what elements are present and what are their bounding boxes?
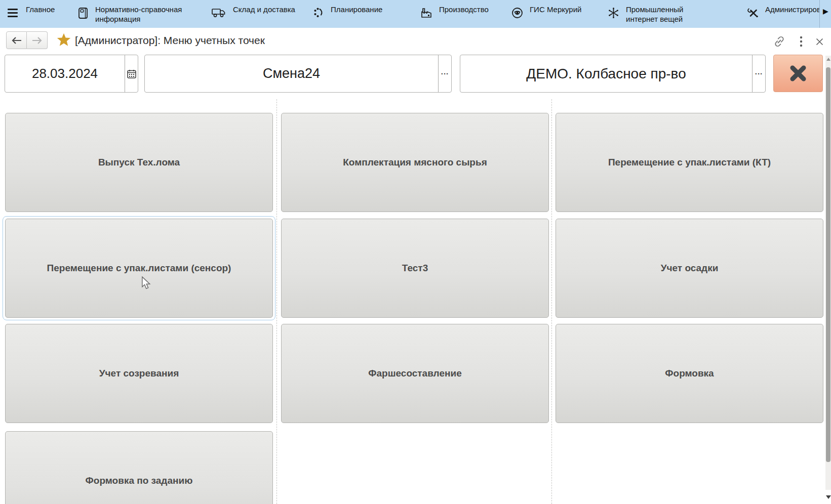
date-field[interactable]: 28.03.2024 xyxy=(5,55,138,93)
menu-item-label: Администрирование xyxy=(765,0,819,14)
close-form-icon[interactable] xyxy=(812,34,827,49)
shift-field[interactable]: Смена24 ... xyxy=(144,55,452,93)
menu-item-gis-mercury[interactable]: ГИС Меркурий xyxy=(511,0,581,28)
tile-vypusk-tehloma[interactable]: Выпуск Тех.лома xyxy=(5,113,273,212)
menu-item-label: Промышленный интернет вещей xyxy=(626,0,717,24)
iot-hub-icon xyxy=(608,7,619,19)
page-title: [Администратор]: Меню учетных точек xyxy=(75,34,265,47)
column-separator xyxy=(276,99,277,504)
planning-dots-icon xyxy=(313,7,324,18)
tile-test3[interactable]: Тест3 xyxy=(281,219,549,318)
journal-icon xyxy=(77,7,89,19)
date-value[interactable]: 28.03.2024 xyxy=(5,66,125,81)
back-arrow-icon xyxy=(12,37,22,44)
menu-item-label: Склад и доставка xyxy=(233,0,295,14)
forward-button[interactable] xyxy=(27,31,48,49)
date-picker-button[interactable] xyxy=(125,55,138,92)
more-actions-icon[interactable] xyxy=(794,34,809,49)
menu-item-label: ГИС Меркурий xyxy=(530,0,581,14)
menu-item-administration[interactable]: Администрирование xyxy=(747,0,819,28)
ellipsis-label: ... xyxy=(755,67,763,80)
shift-value[interactable]: Смена24 xyxy=(145,66,438,81)
menu-item-label: Нормативно-справочная информация xyxy=(95,0,184,24)
menu-overflow-arrow[interactable]: ▶ xyxy=(823,7,828,15)
shift-select-button[interactable]: ... xyxy=(438,55,451,92)
get-link-icon[interactable] xyxy=(772,34,787,49)
menu-item-label: Производство xyxy=(439,0,489,14)
top-menu-bar: Главное Нормативно-справочная информация… xyxy=(0,0,831,28)
unit-field[interactable]: ДЕМО. Колбасное пр-во ... xyxy=(460,55,766,93)
exit-button[interactable] xyxy=(773,55,823,92)
big-x-icon xyxy=(785,60,811,87)
history-buttons xyxy=(6,31,48,49)
menu-item-label: Главное xyxy=(26,0,55,14)
unit-value[interactable]: ДЕМО. Колбасное пр-во xyxy=(460,66,752,82)
tile-uchet-osadki[interactable]: Учет осадки xyxy=(556,219,823,318)
forward-arrow-icon xyxy=(32,37,42,44)
tile-farshesostavlenie[interactable]: Фаршесоставление xyxy=(281,324,549,423)
ellipsis-label: ... xyxy=(441,67,449,80)
menu-item-planning[interactable]: Планирование xyxy=(313,0,382,28)
favorite-star-icon[interactable] xyxy=(57,33,71,47)
vertical-scrollbar-thumb[interactable] xyxy=(826,67,830,462)
factory-icon xyxy=(420,7,432,18)
tile-formovka-po-zadaniu[interactable]: Формовка по заданию xyxy=(5,431,273,504)
app-window: Главное Нормативно-справочная информация… xyxy=(0,0,831,504)
main-menu-icon[interactable] xyxy=(8,9,18,18)
tile-formovka[interactable]: Формовка xyxy=(556,324,823,423)
scroll-down-indicator[interactable] xyxy=(826,495,831,499)
calendar-icon xyxy=(127,69,136,78)
menu-item-warehouse-delivery[interactable]: Склад и доставка xyxy=(212,0,295,28)
column-separator xyxy=(551,99,552,504)
tile-peremeshenie-sensor[interactable]: Перемещение с упак.листами (сенсор) xyxy=(5,219,273,318)
menu-overflow-divider xyxy=(819,0,820,28)
tile-komplektacia-syrya[interactable]: Комплектация мясного сырья xyxy=(281,113,549,212)
unit-select-button[interactable]: ... xyxy=(752,55,765,92)
menu-item-production[interactable]: Производство xyxy=(420,0,489,28)
menu-item-main[interactable]: Главное xyxy=(26,0,55,28)
menu-item-industrial-iot[interactable]: Промышленный интернет вещей xyxy=(608,0,717,28)
mercury-globe-icon xyxy=(511,7,523,19)
menu-item-reference-info[interactable]: Нормативно-справочная информация xyxy=(77,0,184,28)
truck-icon xyxy=(212,7,226,18)
tile-uchet-sozrevania[interactable]: Учет созревания xyxy=(5,324,273,423)
scrollbar-up-arrow[interactable] xyxy=(826,58,830,61)
tile-peremeshenie-kt[interactable]: Перемещение с упак.листами (КТ) xyxy=(556,113,823,212)
tools-icon xyxy=(747,7,759,19)
navigation-bar: [Администратор]: Меню учетных точек xyxy=(0,28,831,55)
menu-item-label: Планирование xyxy=(331,0,382,14)
back-button[interactable] xyxy=(6,31,27,49)
